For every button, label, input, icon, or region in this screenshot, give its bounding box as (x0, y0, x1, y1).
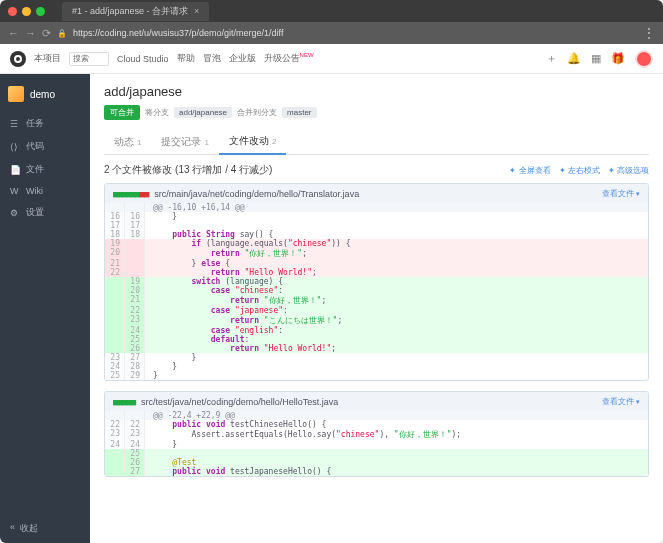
diff-code: case "chinese": (145, 286, 648, 295)
diff-code: return "Hello World!"; (145, 268, 648, 277)
back-button[interactable]: ← (8, 27, 19, 39)
line-number-new (125, 248, 145, 259)
file-header[interactable]: ■■■■■src/test/java/net/coding/demo/hello… (105, 392, 648, 411)
collapse-sidebar-button[interactable]: «收起 (10, 522, 38, 535)
dst-branch[interactable]: master (282, 107, 316, 118)
line-number-old: 24 (105, 440, 125, 449)
diff-line: @@ -16,10 +16,14 @@ (105, 203, 648, 212)
line-number-new: 23 (125, 429, 145, 440)
diff-code (145, 221, 648, 230)
url-text[interactable]: https://coding.net/u/wusisu37/p/demo/git… (73, 28, 637, 38)
view-file-link[interactable]: 查看文件▾ (602, 396, 640, 407)
file-path: src/main/java/net/coding/demo/hello/Tran… (154, 189, 359, 199)
diff-code: case "japanese": (145, 306, 648, 315)
diff-line: 2222 public void testChineseHello() { (105, 420, 648, 429)
line-number-old (105, 344, 125, 353)
diff-summary: 2 个文件被修改 (13 行增加 / 4 行减少) (104, 163, 272, 177)
line-number-new: 22 (125, 306, 145, 315)
diff-code: public String say() { (145, 230, 648, 239)
file-path: src/test/java/net/coding/demo/hello/Hell… (141, 397, 338, 407)
wiki-icon: W (10, 186, 20, 196)
line-number-old: 20 (105, 248, 125, 259)
line-number-old: 21 (105, 259, 125, 268)
close-window-button[interactable] (8, 7, 17, 16)
maximize-window-button[interactable] (36, 7, 45, 16)
nav-enterprise[interactable]: 企业版 (229, 52, 256, 65)
tasks-icon: ☰ (10, 119, 20, 129)
fullscreen-link[interactable]: ✦ 全屏查看 (509, 165, 550, 176)
sidebar: demo ☰任务 ⟨⟩代码 📄文件 WWiki ⚙设置 «收起 (0, 74, 90, 543)
diff-line: 26 @Test (105, 458, 648, 467)
chevron-down-icon: ▾ (636, 190, 640, 197)
search-input[interactable] (69, 52, 109, 66)
line-number-new: 22 (125, 420, 145, 429)
tab-commits[interactable]: 提交记录1 (151, 130, 218, 154)
diff-code: case "english": (145, 326, 648, 335)
line-number-old (105, 326, 125, 335)
notification-icon[interactable]: 🔔 (567, 52, 581, 65)
line-number-new: 24 (125, 326, 145, 335)
line-number-new: 26 (125, 344, 145, 353)
apps-icon[interactable]: ▦ (591, 52, 601, 65)
file-header[interactable]: ■■■■■■■■src/main/java/net/coding/demo/he… (105, 184, 648, 203)
reload-button[interactable]: ⟳ (42, 27, 51, 40)
diff-line: 22 case "japanese": (105, 306, 648, 315)
tab-activity[interactable]: 动态1 (104, 130, 151, 154)
tab-file-changes[interactable]: 文件改动2 (219, 130, 286, 155)
browser-tab[interactable]: #1 - add/japanese - 合并请求 × (62, 2, 209, 21)
diff-line: 26 return "Hello World!"; (105, 344, 648, 353)
line-number-new: 17 (125, 221, 145, 230)
app-header: 本项目 Cloud Studio 帮助 冒泡 企业版 升级公告NEW ＋ 🔔 ▦… (0, 44, 663, 74)
diff-line: 20 return "你好，世界！"; (105, 248, 648, 259)
line-number-new: 23 (125, 315, 145, 326)
sidebar-item-tasks[interactable]: ☰任务 (0, 112, 90, 135)
code-icon: ⟨⟩ (10, 142, 20, 152)
sidebar-item-settings[interactable]: ⚙设置 (0, 201, 90, 224)
diff-code: @Test (145, 458, 648, 467)
coding-logo[interactable] (10, 51, 26, 67)
tab-title: #1 - add/japanese - 合并请求 (72, 5, 188, 18)
browser-menu-icon[interactable]: ⋮ (643, 26, 655, 40)
diff-code: return "Hello World!"; (145, 344, 648, 353)
diff-code: } (145, 212, 648, 221)
diff-line: 21 } else { (105, 259, 648, 268)
nav-help[interactable]: 帮助 (177, 52, 195, 65)
diff-code: } else { (145, 259, 648, 268)
sidebar-item-code[interactable]: ⟨⟩代码 (0, 135, 90, 158)
diff-code: Assert.assertEquals(Hello.say("chinese")… (145, 429, 648, 440)
close-tab-icon[interactable]: × (194, 6, 199, 16)
sidebar-item-wiki[interactable]: WWiki (0, 181, 90, 201)
nav-upgrade[interactable]: 升级公告NEW (264, 52, 314, 65)
minimize-window-button[interactable] (22, 7, 31, 16)
forward-button[interactable]: → (25, 27, 36, 39)
files-icon: 📄 (10, 165, 20, 175)
diff-code: return "你好，世界！"; (145, 248, 648, 259)
sidebar-item-files[interactable]: 📄文件 (0, 158, 90, 181)
nav-project[interactable]: 本项目 (34, 52, 61, 65)
line-number-new: 28 (125, 362, 145, 371)
dst-branch-label: 合并到分支 (237, 107, 277, 118)
line-number-old: 16 (105, 212, 125, 221)
diff-code: if (language.equals("chinese")) { (145, 239, 648, 248)
chevron-down-icon: ▾ (636, 398, 640, 405)
line-number-old (105, 295, 125, 306)
diff-code (145, 449, 648, 458)
diff-line: 19 if (language.equals("chinese")) { (105, 239, 648, 248)
advanced-options-link[interactable]: ✦ 高级选项 (608, 165, 649, 176)
diff-line: 20 case "chinese": (105, 286, 648, 295)
src-branch[interactable]: add/japanese (174, 107, 232, 118)
line-number-old: 22 (105, 420, 125, 429)
avatar[interactable] (635, 50, 653, 68)
diff-line: 1818 public String say() { (105, 230, 648, 239)
add-icon[interactable]: ＋ (546, 51, 557, 66)
gift-icon[interactable]: 🎁 (611, 52, 625, 65)
project-selector[interactable]: demo (0, 82, 90, 106)
line-number-old (105, 467, 125, 476)
nav-cloud-studio[interactable]: Cloud Studio (117, 54, 169, 64)
side-by-side-link[interactable]: ✦ 左右模式 (559, 165, 600, 176)
diff-line: 22 return "Hello World!"; (105, 268, 648, 277)
line-number-old (105, 306, 125, 315)
view-file-link[interactable]: 查看文件▾ (602, 188, 640, 199)
line-number-new: 27 (125, 467, 145, 476)
nav-bubble[interactable]: 冒泡 (203, 52, 221, 65)
